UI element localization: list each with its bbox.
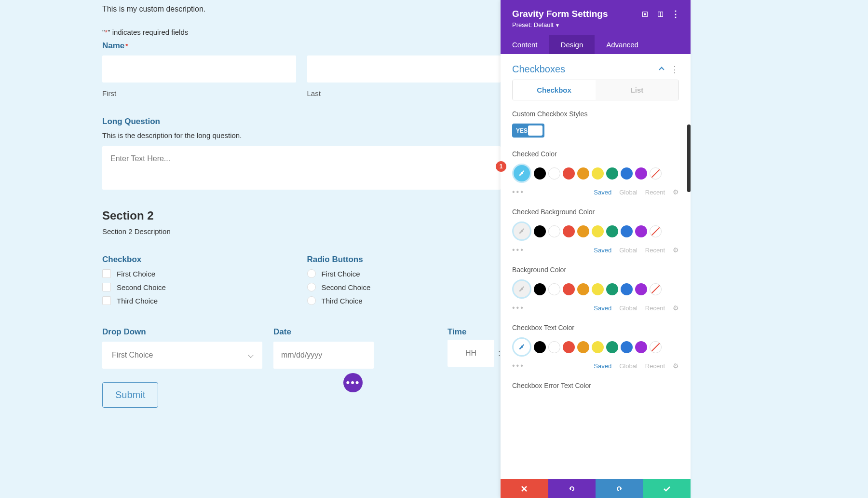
color-swatch[interactable] (534, 225, 546, 237)
global-tab[interactable]: Global (619, 304, 637, 312)
global-tab[interactable]: Global (619, 362, 637, 370)
color-swatch[interactable] (592, 167, 604, 180)
color-swatch-none[interactable] (650, 283, 662, 295)
color-swatch[interactable] (635, 341, 647, 353)
color-swatch[interactable] (548, 225, 560, 237)
color-swatch[interactable] (548, 341, 560, 353)
sidebar-scrollbar[interactable] (687, 124, 691, 192)
recent-tab[interactable]: Recent (645, 362, 665, 370)
color-swatch[interactable] (606, 283, 618, 295)
long-question-desc: This is the description for the long que… (102, 131, 501, 139)
redo-button[interactable] (596, 479, 643, 498)
saved-tab[interactable]: Saved (594, 247, 611, 254)
color-swatch[interactable] (534, 341, 546, 353)
cancel-button[interactable] (501, 479, 548, 498)
dropdown-select[interactable]: First Choice (102, 342, 262, 369)
radio-option[interactable]: First Choice (307, 269, 501, 278)
color-swatch[interactable] (563, 167, 575, 180)
more-icon[interactable]: ⋮ (672, 11, 679, 17)
color-swatch[interactable] (621, 167, 633, 180)
color-swatch[interactable] (577, 283, 589, 295)
color-picker-button[interactable] (512, 337, 531, 357)
more-dots[interactable]: ••• (512, 246, 525, 254)
checkbox-option[interactable]: Second Choice (102, 283, 296, 291)
last-name-input[interactable] (307, 55, 501, 83)
global-tab[interactable]: Global (619, 247, 637, 254)
color-swatch[interactable] (563, 341, 575, 353)
submit-button[interactable]: Submit (102, 382, 158, 408)
color-picker-button[interactable] (512, 164, 531, 183)
section-checkboxes[interactable]: Checkboxes (512, 64, 565, 75)
last-sublabel: Last (307, 89, 501, 97)
recent-tab[interactable]: Recent (645, 247, 665, 254)
more-dots[interactable]: ••• (512, 361, 525, 370)
tab-advanced[interactable]: Advanced (595, 35, 650, 54)
saved-tab[interactable]: Saved (594, 304, 611, 312)
first-sublabel: First (102, 89, 296, 97)
tab-content[interactable]: Content (501, 35, 549, 54)
gear-icon[interactable]: ⚙ (673, 304, 679, 312)
subtab-list[interactable]: List (596, 80, 678, 100)
preset-dropdown[interactable]: Preset: Default▼ (512, 21, 679, 28)
color-swatch[interactable] (592, 225, 604, 237)
radio-option[interactable]: Third Choice (307, 296, 501, 305)
color-swatch-none[interactable] (650, 225, 662, 237)
focus-icon[interactable] (641, 11, 648, 17)
saved-tab[interactable]: Saved (594, 362, 611, 370)
recent-tab[interactable]: Recent (645, 304, 665, 312)
color-swatch[interactable] (563, 225, 575, 237)
color-swatch-none[interactable] (650, 341, 662, 353)
more-dots[interactable]: ••• (512, 188, 525, 196)
color-swatch[interactable] (606, 341, 618, 353)
color-swatch[interactable] (534, 283, 546, 295)
color-swatch[interactable] (606, 167, 618, 180)
columns-icon[interactable] (657, 11, 664, 17)
radio-field-label: Radio Buttons (307, 255, 501, 264)
color-swatch[interactable] (563, 283, 575, 295)
tab-design[interactable]: Design (549, 35, 595, 54)
date-input[interactable]: mm/dd/yyyy (273, 342, 374, 369)
color-swatch-none[interactable] (650, 167, 662, 180)
checkbox-option[interactable]: Third Choice (102, 296, 296, 305)
radio-option[interactable]: Second Choice (307, 283, 501, 291)
color-swatch[interactable] (534, 167, 546, 180)
error-text-color-label: Checkbox Error Text Color (512, 382, 679, 389)
first-name-input[interactable] (102, 55, 296, 83)
floating-action-button[interactable]: ••• (343, 373, 363, 392)
time-hh-input[interactable]: HH (448, 340, 494, 367)
checkbox-option[interactable]: First Choice (102, 269, 296, 278)
saved-tab[interactable]: Saved (594, 189, 611, 196)
color-swatch[interactable] (548, 167, 560, 180)
color-picker-button[interactable] (512, 221, 531, 241)
color-swatch[interactable] (577, 167, 589, 180)
color-swatch[interactable] (548, 283, 560, 295)
color-swatch[interactable] (577, 225, 589, 237)
color-swatch[interactable] (577, 341, 589, 353)
subtab-checkbox[interactable]: Checkbox (513, 80, 596, 100)
gear-icon[interactable]: ⚙ (673, 246, 679, 254)
date-label: Date (273, 327, 374, 337)
save-button[interactable] (643, 479, 691, 498)
color-swatch[interactable] (635, 283, 647, 295)
gear-icon[interactable]: ⚙ (673, 188, 679, 196)
color-swatch[interactable] (621, 341, 633, 353)
time-label: Time (448, 327, 501, 337)
more-dots[interactable]: ••• (512, 304, 525, 312)
gear-icon[interactable]: ⚙ (673, 362, 679, 370)
global-tab[interactable]: Global (619, 189, 637, 196)
color-swatch[interactable] (635, 225, 647, 237)
recent-tab[interactable]: Recent (645, 189, 665, 196)
color-swatch[interactable] (621, 225, 633, 237)
name-label: Name* (102, 41, 501, 51)
custom-styles-toggle[interactable]: YES (512, 124, 544, 138)
undo-button[interactable] (548, 479, 596, 498)
color-swatch[interactable] (621, 283, 633, 295)
collapse-icon[interactable] (659, 67, 664, 72)
color-swatch[interactable] (606, 225, 618, 237)
section-more-icon[interactable]: ⋮ (670, 64, 679, 75)
color-swatch[interactable] (592, 283, 604, 295)
color-picker-button[interactable] (512, 279, 531, 299)
long-question-textarea[interactable] (102, 146, 501, 190)
color-swatch[interactable] (592, 341, 604, 353)
color-swatch[interactable] (635, 167, 647, 180)
